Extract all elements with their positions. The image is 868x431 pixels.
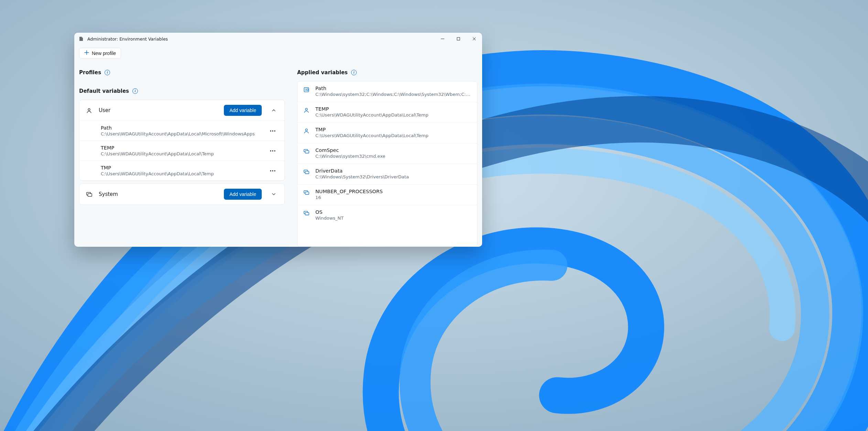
applied-variable-row[interactable]: OS Windows_NT <box>297 205 477 225</box>
maximize-button[interactable] <box>451 33 466 45</box>
applied-variable-row[interactable]: DriverData C:\Windows\System32\Drivers\D… <box>297 164 477 184</box>
svg-point-17 <box>305 129 307 131</box>
chevron-down-icon[interactable] <box>268 192 280 197</box>
applied-variables-list: Path C:\Windows\system32;C:\Windows;C:\W… <box>297 81 477 247</box>
variable-name: ComSpec <box>315 147 471 153</box>
info-icon[interactable]: i <box>105 70 110 75</box>
svg-point-8 <box>274 150 275 151</box>
applied-variable-row[interactable]: NUMBER_OF_PROCESSORS 16 <box>297 184 477 205</box>
svg-rect-21 <box>305 171 309 174</box>
svg-point-2 <box>88 109 90 111</box>
default-variables-label: Default variables <box>79 88 129 94</box>
svg-rect-13 <box>88 194 92 196</box>
system-icon <box>303 148 310 155</box>
variable-value: C:\Windows\system32\cmd.exe <box>315 154 471 159</box>
applied-variable-row[interactable]: TEMP C:\Users\WDAGUtilityAccount\AppData… <box>297 102 477 122</box>
variable-row[interactable]: TEMP C:\Users\WDAGUtilityAccount\AppData… <box>79 141 284 161</box>
minimize-button[interactable] <box>435 33 451 45</box>
variable-value: C:\Users\WDAGUtilityAccount\AppData\Loca… <box>101 151 262 156</box>
system-expander-header[interactable]: System Add variable <box>79 184 284 205</box>
more-button[interactable] <box>266 146 280 156</box>
variable-name: DriverData <box>315 168 471 174</box>
applied-variable-row[interactable]: ComSpec C:\Windows\system32\cmd.exe <box>297 143 477 164</box>
system-icon <box>303 189 310 196</box>
variable-value: C:\Users\WDAGUtilityAccount\AppData\Loca… <box>101 131 262 136</box>
svg-point-9 <box>270 170 271 171</box>
more-button[interactable] <box>266 166 280 176</box>
add-variable-user-button[interactable]: Add variable <box>224 105 262 116</box>
variable-value: C:\Users\WDAGUtilityAccount\AppData\Loca… <box>315 112 471 118</box>
system-scope-label: System <box>99 191 218 197</box>
system-icon <box>303 169 310 176</box>
svg-rect-1 <box>457 37 460 40</box>
variable-value: Windows_NT <box>315 216 471 221</box>
user-expander-header[interactable]: User Add variable <box>79 100 284 121</box>
variable-name: TEMP <box>101 145 262 151</box>
close-button[interactable] <box>466 33 482 45</box>
variable-name: TEMP <box>315 106 471 112</box>
new-profile-button[interactable]: New profile <box>79 48 121 58</box>
svg-rect-23 <box>305 192 309 194</box>
svg-point-4 <box>272 130 273 131</box>
user-icon <box>303 128 310 134</box>
system-icon <box>86 191 93 198</box>
svg-rect-15 <box>307 89 308 90</box>
app-window: Administrator: Environment Variables New… <box>74 33 482 247</box>
variable-row[interactable]: TMP C:\Users\WDAGUtilityAccount\AppData\… <box>79 161 284 180</box>
variable-value: C:\Users\WDAGUtilityAccount\AppData\Loca… <box>315 133 471 138</box>
variable-name: TMP <box>101 165 262 170</box>
plus-icon <box>84 50 89 56</box>
chevron-up-icon[interactable] <box>268 108 280 113</box>
variable-value: C:\Windows\System32\Drivers\DriverData <box>315 174 471 179</box>
svg-point-3 <box>270 130 271 131</box>
user-icon <box>86 107 93 114</box>
window-title: Administrator: Environment Variables <box>87 36 168 42</box>
variable-name: TMP <box>315 127 471 132</box>
titlebar[interactable]: Administrator: Environment Variables <box>74 33 482 45</box>
svg-point-10 <box>272 170 273 171</box>
profiles-heading: Profiles i <box>79 69 285 76</box>
applied-variables-label: Applied variables <box>297 69 348 76</box>
more-button[interactable] <box>266 126 280 136</box>
command-bar: New profile <box>74 45 482 60</box>
variable-name: OS <box>315 209 471 215</box>
svg-rect-25 <box>305 212 309 215</box>
svg-point-7 <box>272 150 273 151</box>
app-icon <box>78 36 84 42</box>
variable-value: 16 <box>315 195 471 200</box>
variable-row[interactable]: Path C:\Users\WDAGUtilityAccount\AppData… <box>79 121 284 141</box>
variable-value: C:\Users\WDAGUtilityAccount\AppData\Loca… <box>101 171 262 176</box>
variable-name: Path <box>101 125 262 131</box>
user-scope-label: User <box>99 107 218 113</box>
variable-name: Path <box>315 86 471 91</box>
applied-variable-row[interactable]: TMP C:\Users\WDAGUtilityAccount\AppData\… <box>297 122 477 143</box>
user-icon <box>303 107 310 114</box>
applied-variable-row[interactable]: Path C:\Windows\system32;C:\Windows;C:\W… <box>297 81 477 102</box>
profiles-label: Profiles <box>79 69 101 76</box>
default-variables-heading: Default variables i <box>79 88 285 94</box>
variable-name: NUMBER_OF_PROCESSORS <box>315 189 471 194</box>
add-variable-system-button[interactable]: Add variable <box>224 189 262 200</box>
svg-point-6 <box>270 150 271 151</box>
new-profile-label: New profile <box>92 51 116 56</box>
merged-icon <box>303 86 310 93</box>
svg-point-11 <box>274 170 275 171</box>
user-expander: User Add variable Path C:\Users\WDAGUtil… <box>79 100 285 181</box>
svg-point-16 <box>305 108 307 110</box>
system-icon <box>303 210 310 217</box>
info-icon[interactable]: i <box>351 70 357 75</box>
info-icon[interactable]: i <box>132 88 138 94</box>
svg-point-5 <box>274 130 275 131</box>
svg-rect-19 <box>305 151 309 153</box>
applied-variables-heading: Applied variables i <box>297 69 477 76</box>
variable-value: C:\Windows\system32;C:\Windows;C:\Window… <box>315 92 471 97</box>
system-expander: System Add variable <box>79 184 285 205</box>
